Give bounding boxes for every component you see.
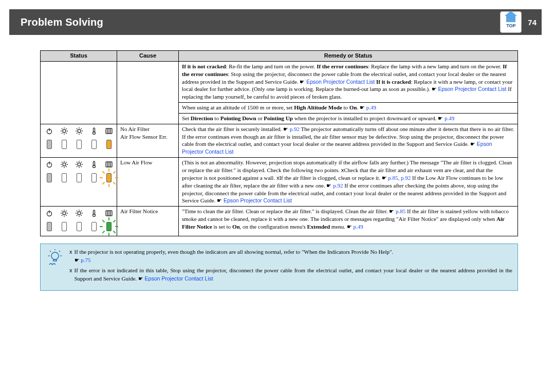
temp-icon xyxy=(89,209,99,218)
contact-list-link[interactable]: Epson Projector Contact List xyxy=(145,275,213,282)
status-cell xyxy=(41,124,117,157)
col-header-cause: Cause xyxy=(117,51,179,62)
svg-line-44 xyxy=(81,162,82,163)
content-area: Status Cause Remedy or Status If it is n… xyxy=(9,35,542,291)
svg-line-17 xyxy=(81,133,82,134)
page-link-p92[interactable]: p.92 xyxy=(333,182,343,189)
tip-box: x If the projector is not operating prop… xyxy=(40,244,518,291)
indicator xyxy=(45,172,54,183)
text: If it is cracked xyxy=(376,79,411,85)
indicator-green-flashing xyxy=(104,221,114,232)
bullet: x xyxy=(69,248,72,265)
pointer-icon: ☛ xyxy=(389,208,394,214)
text: Direction xyxy=(191,115,213,121)
table-row: If it is not cracked: Re-fit the lamp an… xyxy=(41,61,518,102)
page-link-p49[interactable]: p.49 xyxy=(354,223,363,230)
svg-line-36 xyxy=(62,166,63,167)
status-cell xyxy=(41,207,117,236)
indicator-label-row xyxy=(44,159,114,171)
remedy-cell: If it is not cracked: Re-fit the lamp an… xyxy=(179,61,518,102)
text: Extended xyxy=(307,223,330,230)
page-link-p49[interactable]: p.49 xyxy=(366,104,376,110)
status-cell-empty xyxy=(41,61,117,124)
svg-line-42 xyxy=(77,162,78,163)
text: On xyxy=(349,104,357,110)
contact-list-link[interactable]: Epson Projector Contact List xyxy=(438,86,506,92)
remedy-cell: "Time to clean the air filter. Clean or … xyxy=(179,207,518,236)
indicator xyxy=(75,221,84,232)
text: is set to xyxy=(212,223,232,230)
troubleshooting-table: Status Cause Remedy or Status If it is n… xyxy=(40,50,518,236)
temp-icon xyxy=(89,160,99,169)
top-button[interactable]: TOP xyxy=(500,11,522,33)
indicator-state-row xyxy=(44,220,114,234)
lamp2-icon xyxy=(75,126,84,136)
svg-line-71 xyxy=(77,215,78,216)
table-row: Low Air Flow (This is not an abnormality… xyxy=(41,158,518,207)
lamp2-icon xyxy=(75,209,84,218)
text: "Time to clean the air filter. Clean or … xyxy=(182,208,389,214)
indicator-state-row xyxy=(44,171,114,185)
pointer-icon: ☛ xyxy=(470,141,475,147)
pointer-icon: ☛ xyxy=(347,223,352,230)
page-link-p75[interactable]: p.75 xyxy=(81,257,90,263)
indicator xyxy=(60,172,69,183)
text: When using at an altitude of 1500 m or m… xyxy=(182,104,294,110)
home-icon xyxy=(506,16,515,22)
svg-line-35 xyxy=(66,162,67,163)
svg-line-59 xyxy=(62,211,63,212)
text: If the error continues even though an ai… xyxy=(182,134,504,147)
col-header-remedy: Remedy or Status xyxy=(179,51,518,62)
indicator xyxy=(75,172,84,183)
page-link-p92[interactable]: p.92 xyxy=(290,126,300,132)
contact-list-link[interactable]: Epson Projector Contact List xyxy=(306,79,375,85)
lamp1-icon xyxy=(60,209,69,218)
svg-rect-46 xyxy=(94,161,95,165)
tip-text: If the projector is not operating proper… xyxy=(75,249,394,255)
svg-point-37 xyxy=(78,163,81,166)
text: If it is not cracked xyxy=(182,63,226,69)
text: Pointing Up xyxy=(264,115,293,121)
power-icon xyxy=(45,160,54,169)
svg-line-70 xyxy=(81,211,82,212)
svg-line-7 xyxy=(62,128,63,129)
col-header-status: Status xyxy=(41,51,117,62)
lamp1-icon xyxy=(60,126,69,136)
text: The indicators or messages regarding "Ai… xyxy=(310,216,496,222)
page-number: 74 xyxy=(528,18,536,27)
cause-text: Air Flow Sensor Err. xyxy=(120,133,175,141)
svg-rect-72 xyxy=(94,210,95,214)
cause-text: No Air Filter xyxy=(120,125,175,133)
svg-point-54 xyxy=(63,212,66,215)
page-link-p49[interactable]: p.49 xyxy=(445,115,454,121)
svg-line-62 xyxy=(62,215,63,216)
pointer-icon: ☛ xyxy=(138,275,143,282)
indicator xyxy=(89,172,99,183)
svg-line-34 xyxy=(66,166,67,167)
pointer-icon: ☛ xyxy=(326,182,331,189)
svg-line-9 xyxy=(66,128,67,129)
lamp2-icon xyxy=(75,160,84,169)
text: On xyxy=(232,223,240,230)
cause-cell: Air Filter Notice xyxy=(117,207,179,236)
pointer-icon: ☛ xyxy=(360,104,365,110)
pointer-icon: ☛ xyxy=(283,126,288,132)
page-link-p85[interactable]: p.85 xyxy=(396,208,405,214)
contact-list-link[interactable]: Epson Projector Contact List xyxy=(224,197,292,203)
temp-icon xyxy=(89,126,99,136)
indicator xyxy=(45,221,54,232)
page-link-p85-p92[interactable]: p.85, p.92 xyxy=(388,175,411,181)
svg-line-82 xyxy=(50,251,51,252)
svg-line-68 xyxy=(77,211,78,212)
indicator xyxy=(89,221,99,232)
cause-cell-empty xyxy=(117,61,179,124)
svg-line-83 xyxy=(59,251,60,252)
indicator xyxy=(60,221,69,232)
text: to xyxy=(342,104,349,110)
svg-line-45 xyxy=(77,166,78,167)
text: If the error continues xyxy=(317,63,368,69)
text: Set xyxy=(182,115,191,121)
svg-line-19 xyxy=(77,133,78,134)
pointer-icon: ☛ xyxy=(217,197,222,203)
text: menu. xyxy=(330,223,347,230)
